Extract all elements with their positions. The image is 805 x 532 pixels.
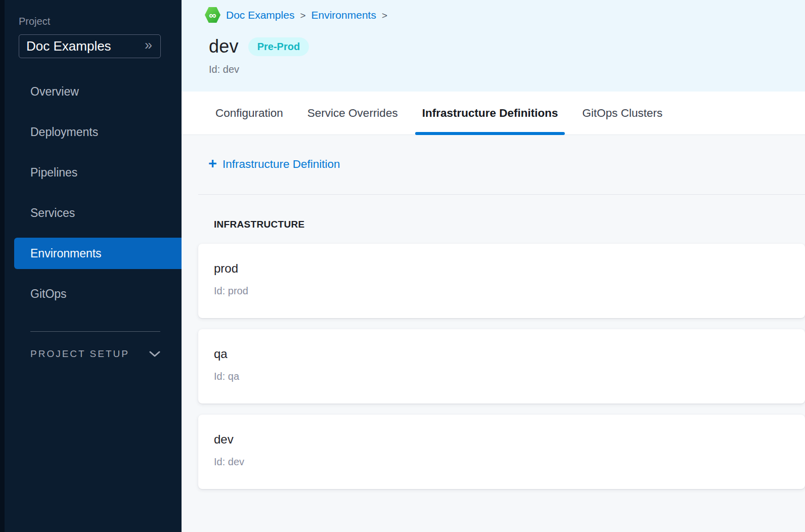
infrastructure-name: prod <box>214 261 790 276</box>
sidebar-item-pipelines[interactable]: Pipelines <box>5 152 182 193</box>
tab-label: Service Overrides <box>307 107 398 120</box>
infrastructure-card-dev[interactable]: dev Id: dev <box>198 415 805 489</box>
page-title: dev <box>209 36 239 57</box>
tab-configuration[interactable]: Configuration <box>208 92 290 135</box>
tab-label: Infrastructure Definitions <box>422 107 558 120</box>
breadcrumb-separator-icon: > <box>300 9 305 21</box>
sidebar-item-label: GitOps <box>30 287 67 301</box>
project-setup-toggle[interactable]: PROJECT SETUP <box>30 348 160 360</box>
breadcrumb-separator-icon: > <box>382 9 387 21</box>
tab-label: GitOps Clusters <box>582 107 662 120</box>
tab-label: Configuration <box>215 107 283 120</box>
infrastructure-name: qa <box>214 346 790 362</box>
infrastructure-card-qa[interactable]: qa Id: qa <box>198 329 805 404</box>
sidebar-item-services[interactable]: Services <box>5 193 182 233</box>
project-selector-value: Doc Examples <box>26 38 111 54</box>
double-chevron-icon: » <box>145 38 152 54</box>
sidebar-divider <box>30 331 160 332</box>
project-setup-label: PROJECT SETUP <box>30 348 129 360</box>
plus-icon: + <box>208 156 217 172</box>
sidebar-item-label: Environments <box>30 247 102 260</box>
breadcrumb: ∞ Doc Examples > Environments > <box>205 7 805 23</box>
page-id-text: Id: dev <box>209 64 805 75</box>
infrastructure-column-header: INFRASTRUCTURE <box>214 219 805 230</box>
sidebar-item-environments[interactable]: Environments <box>14 238 182 269</box>
project-selector[interactable]: Doc Examples » <box>19 34 161 58</box>
page-header: ∞ Doc Examples > Environments > dev Pre-… <box>182 0 805 92</box>
tab-gitops-clusters[interactable]: GitOps Clusters <box>575 92 669 135</box>
tab-service-overrides[interactable]: Service Overrides <box>300 92 405 135</box>
infrastructure-name: dev <box>214 432 790 447</box>
chevron-down-icon <box>149 351 160 358</box>
env-type-badge: Pre-Prod <box>248 37 309 56</box>
sidebar-nav: Overview Deployments Pipelines Services … <box>5 71 182 314</box>
breadcrumb-link-environments[interactable]: Environments <box>311 9 376 21</box>
tab-bar: Configuration Service Overrides Infrastr… <box>182 92 805 135</box>
infrastructure-id: Id: prod <box>214 285 790 297</box>
tab-content: + Infrastructure Definition INFRASTRUCTU… <box>182 135 805 532</box>
sidebar-item-gitops[interactable]: GitOps <box>5 274 182 314</box>
add-button-label: Infrastructure Definition <box>222 158 340 171</box>
main-area: ∞ Doc Examples > Environments > dev Pre-… <box>182 0 805 532</box>
title-row: dev Pre-Prod <box>209 36 805 57</box>
infrastructure-list: prod Id: prod qa Id: qa dev Id: dev <box>198 244 805 489</box>
breadcrumb-link-project[interactable]: Doc Examples <box>226 9 294 21</box>
infrastructure-id: Id: qa <box>214 370 790 382</box>
infrastructure-id: Id: dev <box>214 456 790 468</box>
sidebar-item-label: Services <box>30 206 75 220</box>
sidebar-item-label: Deployments <box>30 125 98 139</box>
tab-infrastructure-definitions[interactable]: Infrastructure Definitions <box>415 92 565 135</box>
project-label: Project <box>19 16 182 27</box>
content-divider <box>198 194 805 195</box>
app: { "icons": { "project_hex": "∞", "double… <box>0 0 805 532</box>
sidebar-item-label: Pipelines <box>30 166 77 180</box>
sidebar: Project Doc Examples » Overview Deployme… <box>0 0 182 532</box>
sidebar-item-overview[interactable]: Overview <box>5 71 182 112</box>
environments-hexagon-icon: ∞ <box>205 7 220 23</box>
sidebar-item-label: Overview <box>30 85 79 99</box>
infrastructure-card-prod[interactable]: prod Id: prod <box>198 244 805 318</box>
sidebar-item-deployments[interactable]: Deployments <box>5 112 182 152</box>
add-infrastructure-definition-button[interactable]: + Infrastructure Definition <box>208 153 340 175</box>
